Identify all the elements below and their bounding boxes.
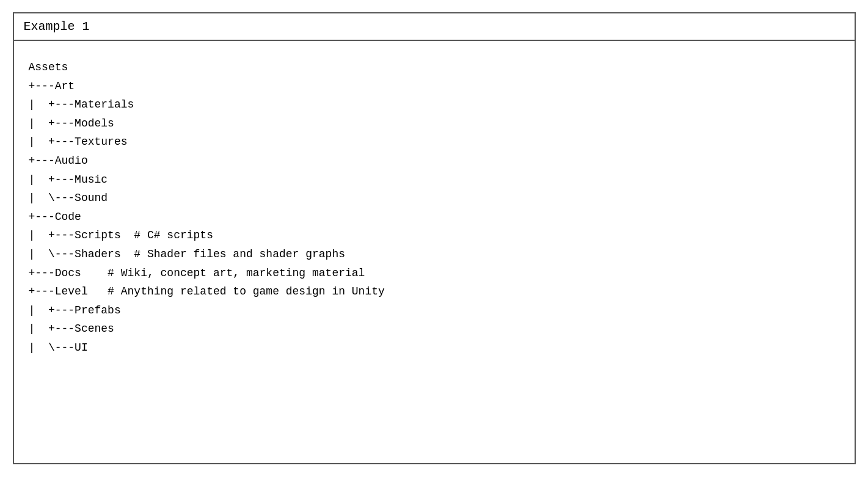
tree-line: +---Art <box>29 77 840 96</box>
header: Example 1 <box>14 13 855 41</box>
header-title: Example 1 <box>24 20 90 34</box>
tree-line: Assets <box>29 58 840 77</box>
tree-line: | +---Models <box>29 114 840 133</box>
tree-line: | +---Music <box>29 170 840 189</box>
main-container: Example 1 Assets+---Art| +---Materials| … <box>13 12 856 464</box>
tree-line: | \---Shaders # Shader files and shader … <box>29 245 840 264</box>
tree-line: +---Level # Anything related to game des… <box>29 282 840 301</box>
tree-line: | \---Sound <box>29 189 840 208</box>
content-area: Assets+---Art| +---Materials| +---Models… <box>14 41 855 374</box>
tree-line: | +---Prefabs <box>29 301 840 320</box>
tree-line: | \---UI <box>29 338 840 357</box>
tree-line: | +---Materials <box>29 95 840 114</box>
tree-line: +---Audio <box>29 152 840 170</box>
tree-line: +---Code <box>29 208 840 227</box>
tree-line: +---Docs # Wiki, concept art, marketing … <box>29 264 840 283</box>
tree-container: Assets+---Art| +---Materials| +---Models… <box>29 58 840 357</box>
tree-line: | +---Scripts # C# scripts <box>29 226 840 245</box>
tree-line: | +---Textures <box>29 133 840 152</box>
tree-line: | +---Scenes <box>29 320 840 338</box>
